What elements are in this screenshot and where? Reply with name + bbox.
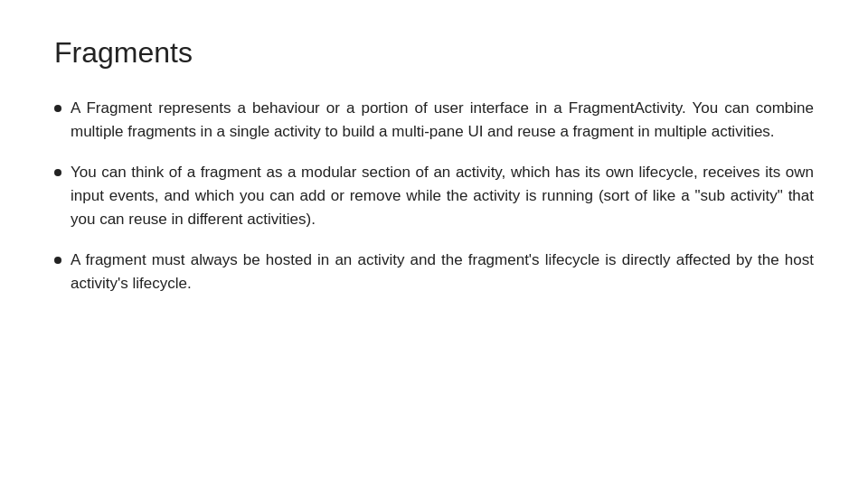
bullet-text-2: You can think of a fragment as a modular… bbox=[71, 161, 814, 232]
bullet-item-3: A fragment must always be hosted in an a… bbox=[54, 249, 814, 296]
page-title: Fragments bbox=[54, 36, 814, 70]
bullet-text-1: A Fragment represents a behaviour or a p… bbox=[71, 97, 814, 145]
bullet-text-3: A fragment must always be hosted in an a… bbox=[71, 249, 814, 296]
bullet-item-2: You can think of a fragment as a modular… bbox=[54, 161, 814, 232]
bullet-dot-1 bbox=[54, 105, 61, 112]
bullet-item-1: A Fragment represents a behaviour or a p… bbox=[54, 97, 814, 145]
content-area: A Fragment represents a behaviour or a p… bbox=[54, 97, 814, 296]
bullet-dot-3 bbox=[54, 257, 61, 264]
bullet-dot-2 bbox=[54, 169, 61, 176]
